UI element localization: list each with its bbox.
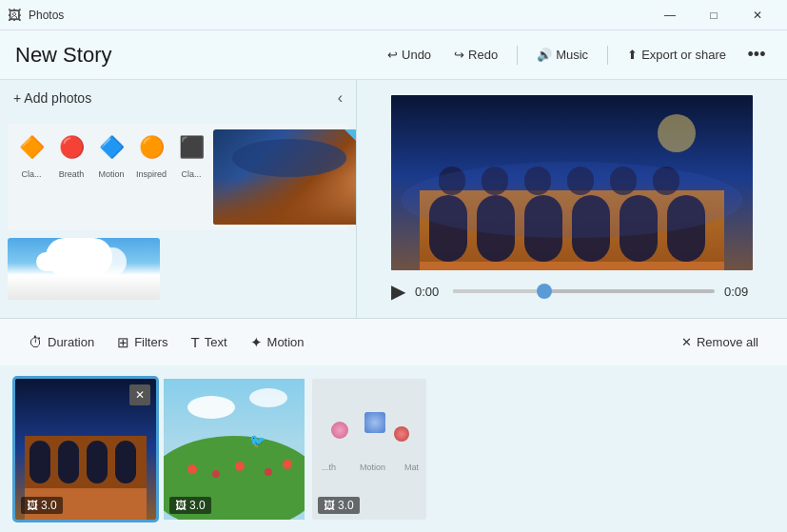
film-strip: ✕ 🖼 3.0 xyxy=(0,365,787,532)
redo-button[interactable]: ↪ Redo xyxy=(446,44,505,66)
colosseum-svg xyxy=(391,95,753,270)
strip-label-mat: Mat xyxy=(404,463,419,472)
svg-point-31 xyxy=(265,468,272,476)
current-time: 0:00 xyxy=(415,285,443,299)
sky-thumbnail[interactable] xyxy=(8,238,160,300)
sky-photo-container xyxy=(8,238,348,300)
separator-1 xyxy=(517,46,518,65)
svg-rect-19 xyxy=(30,441,50,483)
svg-point-28 xyxy=(187,464,197,474)
collapse-button[interactable]: ‹ xyxy=(338,89,343,107)
video-preview xyxy=(391,95,753,270)
svg-point-30 xyxy=(235,462,245,471)
blue-corner-flag xyxy=(344,129,356,150)
svg-rect-22 xyxy=(115,441,136,483)
add-photos-button[interactable]: + Add photos xyxy=(13,90,91,106)
duration-icon-2: 🖼 xyxy=(324,499,335,512)
maximize-button[interactable]: □ xyxy=(692,0,736,30)
theme-label-1: Breath xyxy=(59,169,85,179)
video-controls: ▶ 0:00 0:09 xyxy=(391,280,753,303)
window-controls: — □ ✕ xyxy=(648,0,779,30)
title-bar: 🖼 Photos — □ ✕ xyxy=(0,0,787,30)
theme-icon-0: 🔶 xyxy=(13,129,49,166)
storyboard-photo-1 xyxy=(213,129,356,225)
duration-icon-0: 🖼 xyxy=(27,499,38,512)
bottom-toolbar: ⏱ Duration ⊞ Filters T Text ✦ Motion ✕ R… xyxy=(0,318,787,365)
export-icon: ⬆ xyxy=(627,48,638,62)
theme-label-4: Cla... xyxy=(181,169,201,179)
theme-dot-blue xyxy=(364,412,385,433)
strip-label-path: ...th xyxy=(322,463,336,472)
close-button[interactable]: ✕ xyxy=(736,0,779,30)
app-title: Photos xyxy=(29,9,64,22)
add-photos-bar: + Add photos ‹ xyxy=(0,80,356,116)
timeline-fill xyxy=(453,289,544,293)
theme-label-2: Motion xyxy=(98,169,124,179)
more-button[interactable]: ••• xyxy=(741,40,772,70)
header-actions: ↩ Undo ↪ Redo 🔊 Music ⬆ Export or share … xyxy=(380,40,772,70)
music-button[interactable]: 🔊 Music xyxy=(529,44,596,66)
timeline-track[interactable] xyxy=(453,289,715,293)
storyboard-area: 🔶 Cla... 🔴 Breath 🔷 Motion 🟠 Inspired xyxy=(0,116,356,318)
svg-point-32 xyxy=(283,460,292,469)
text-button[interactable]: T Text xyxy=(182,328,237,356)
undo-icon: ↩ xyxy=(387,48,398,62)
theme-item-2[interactable]: 🔷 Motion xyxy=(93,129,129,225)
redo-icon: ↪ xyxy=(454,48,464,62)
theme-label-0: Cla... xyxy=(21,169,41,179)
duration-badge-2: 🖼 3.0 xyxy=(318,497,360,514)
theme-label-3: Inspired xyxy=(136,169,167,179)
separator-2 xyxy=(607,46,608,65)
main-content: + Add photos ‹ 🔶 Cla... 🔴 Breath 🔷 xyxy=(0,80,787,318)
filters-icon: ⊞ xyxy=(117,334,129,351)
theme-icon-3: 🟠 xyxy=(133,129,169,166)
total-time: 0:09 xyxy=(724,285,753,299)
theme-item-3[interactable]: 🟠 Inspired xyxy=(133,129,169,225)
undo-button[interactable]: ↩ Undo xyxy=(380,44,439,66)
theme-icon-1: 🔴 xyxy=(53,129,89,166)
colosseum-thumbnail[interactable] xyxy=(213,129,356,225)
duration-icon: ⏱ xyxy=(29,334,43,350)
strip-label-motion: Motion xyxy=(360,463,385,472)
remove-all-button[interactable]: ✕ Remove all xyxy=(672,329,768,355)
motion-icon: ✦ xyxy=(250,334,263,351)
theme-icon-2: 🔷 xyxy=(93,129,129,166)
play-button[interactable]: ▶ xyxy=(391,280,405,303)
svg-point-29 xyxy=(212,470,220,478)
svg-rect-15 xyxy=(420,262,724,270)
strip-item-2[interactable]: ...th Motion Mat 🖼 3.0 xyxy=(312,379,426,520)
svg-point-1 xyxy=(658,114,696,152)
theme-icon-4: ⬛ xyxy=(173,129,209,166)
duration-button[interactable]: ⏱ Duration xyxy=(19,328,104,356)
svg-point-26 xyxy=(249,388,287,407)
strip-item-0[interactable]: ✕ 🖼 3.0 xyxy=(15,379,156,520)
motion-button[interactable]: ✦ Motion xyxy=(241,328,314,357)
music-icon: 🔊 xyxy=(537,48,552,62)
svg-point-16 xyxy=(401,162,743,238)
themes-container: 🔶 Cla... 🔴 Breath 🔷 Motion 🟠 Inspired xyxy=(8,124,348,230)
svg-text:🐦: 🐦 xyxy=(249,433,266,449)
theme-item-0[interactable]: 🔶 Cla... xyxy=(13,129,49,225)
theme-dot-red xyxy=(394,426,409,442)
strip-item-1[interactable]: 🐦 🖼 3.0 xyxy=(164,379,305,520)
filters-button[interactable]: ⊞ Filters xyxy=(108,328,177,357)
app-header: New Story ↩ Undo ↪ Redo 🔊 Music ⬆ Export… xyxy=(0,30,787,80)
duration-icon-1: 🖼 xyxy=(175,499,187,512)
duration-badge-0: 🖼 3.0 xyxy=(21,497,63,514)
theme-item-4[interactable]: ⬛ Cla... xyxy=(173,129,209,225)
right-panel: ▶ 0:00 0:09 xyxy=(357,80,787,318)
minimize-button[interactable]: — xyxy=(648,0,692,30)
close-badge-0[interactable]: ✕ xyxy=(129,384,150,405)
page-title: New Story xyxy=(15,43,111,68)
svg-point-25 xyxy=(187,396,235,419)
remove-all-icon: ✕ xyxy=(681,335,692,349)
svg-rect-20 xyxy=(58,441,79,483)
timeline-thumb[interactable] xyxy=(537,284,552,299)
duration-badge-1: 🖼 3.0 xyxy=(169,497,211,514)
export-button[interactable]: ⬆ Export or share xyxy=(620,44,734,66)
themes-grid: 🔶 Cla... 🔴 Breath 🔷 Motion 🟠 Inspired xyxy=(8,124,348,230)
app-icon: 🖼 xyxy=(8,8,21,23)
left-panel: + Add photos ‹ 🔶 Cla... 🔴 Breath 🔷 xyxy=(0,80,357,318)
theme-item-1[interactable]: 🔴 Breath xyxy=(53,129,89,225)
toolbar-actions: ⏱ Duration ⊞ Filters T Text ✦ Motion xyxy=(19,328,314,357)
